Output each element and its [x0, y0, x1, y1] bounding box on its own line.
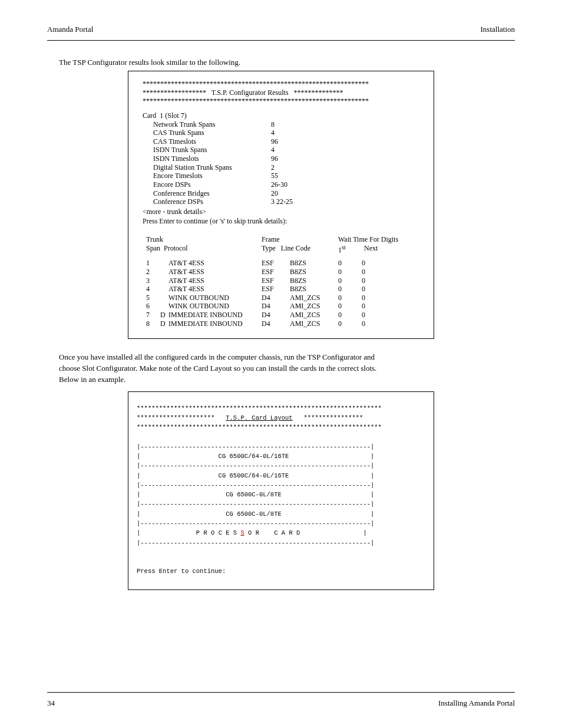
- stat-label: Conference DSPs: [143, 197, 271, 206]
- cell-protocol: AT&T 4ESS: [168, 285, 262, 294]
- stat-value: 96: [271, 154, 278, 163]
- cell-wait2: 0: [362, 294, 385, 302]
- cell-wait1: 0: [338, 259, 362, 268]
- cell-wait1: 0: [338, 311, 362, 319]
- hdr-type-line: Type Line Code: [262, 244, 338, 255]
- stat-label: Digital Station Trunk Spans: [143, 163, 271, 172]
- cell-frametype: D4: [262, 311, 290, 319]
- layout-aster-right: ****************: [304, 414, 363, 421]
- cell-d: [160, 259, 168, 268]
- cell-wait2: 0: [362, 311, 385, 319]
- more-line: <more - trunk details>: [143, 207, 423, 216]
- header-rule: [47, 40, 515, 41]
- cell-linecode: AMI_ZCS: [290, 302, 338, 311]
- table-header-1: TrunkFrameWait Time For Digits: [143, 235, 423, 244]
- table-row: 1AT&T 4ESSESFB8ZS00: [143, 259, 423, 268]
- stat-label: CAS Trunk Spans: [143, 129, 271, 137]
- stat-value: 96: [271, 137, 278, 146]
- cell-wait2: 0: [362, 319, 385, 328]
- results-title: T.S.P. Configurator Results: [211, 88, 289, 97]
- cell-frametype: D4: [262, 302, 290, 311]
- cell-span: 5: [143, 294, 160, 302]
- cell-linecode: AMI_ZCS: [290, 311, 338, 319]
- cell-d: D: [160, 311, 168, 319]
- stat-label: ISDN Trunk Spans: [143, 146, 271, 154]
- cell-frametype: ESF: [262, 259, 290, 268]
- cell-wait1: 0: [338, 285, 362, 294]
- cell-span: 1: [143, 259, 160, 268]
- hdr-frame: Frame: [262, 235, 290, 244]
- layout-prompt: Press Enter to continue:: [137, 568, 226, 575]
- cell-frametype: ESF: [262, 285, 290, 294]
- results-caption: The TSP Configurator results look simila…: [59, 58, 503, 67]
- cell-wait1: 0: [338, 302, 362, 311]
- cell-frametype: D4: [262, 294, 290, 302]
- table-row: 8DIMMEDIATE INBOUNDD4AMI_ZCS00: [143, 319, 423, 328]
- table-header-2: Span ProtocolType Line Code1stNext: [143, 244, 423, 255]
- table-row: 7DIMMEDIATE INBOUNDD4AMI_ZCS00: [143, 311, 423, 319]
- footer-left: 34: [47, 699, 55, 708]
- cell-span: 3: [143, 276, 160, 285]
- hdr-first: 1st: [338, 244, 364, 255]
- stat-row: CAS Trunk Spans4: [143, 129, 423, 137]
- header-left: Amanda Portal: [47, 25, 93, 34]
- layout-aster-bot: ****************************************…: [137, 424, 382, 431]
- layout-screenshot: ****************************************…: [128, 391, 434, 590]
- stat-row: Network Trunk Spans8: [143, 120, 423, 129]
- footer-rule: [47, 692, 515, 693]
- cell-d: [160, 285, 168, 294]
- cell-span: 6: [143, 302, 160, 311]
- cell-protocol: WINK OUTBOUND: [168, 302, 262, 311]
- table-row: 6WINK OUTBOUNDD4AMI_ZCS00: [143, 302, 423, 311]
- stat-label: Encore DSPs: [143, 180, 271, 189]
- cell-protocol: AT&T 4ESS: [168, 276, 262, 285]
- cell-protocol: IMMEDIATE INBOUND: [168, 311, 262, 319]
- cell-frametype: ESF: [262, 276, 290, 285]
- hdr-next: Next: [364, 244, 378, 255]
- layout-title: T.S.P. Card Layout: [226, 414, 292, 421]
- stat-label: CAS Timeslots: [143, 137, 271, 146]
- footer-right: Installing Amanda Portal: [438, 699, 515, 708]
- stat-label: Encore Timeslots: [143, 172, 271, 180]
- cell-wait1: 0: [338, 319, 362, 328]
- page-content: The TSP Configurator results look simila…: [59, 53, 503, 675]
- stat-row: Encore DSPs26-30: [143, 180, 423, 189]
- cell-d: D: [160, 319, 168, 328]
- cell-d: [160, 268, 168, 276]
- dash-row: |---------------------------------------…: [137, 520, 374, 527]
- cell-wait1: 0: [338, 268, 362, 276]
- table-row: 5WINK OUTBOUNDD4AMI_ZCS00: [143, 294, 423, 302]
- cell-linecode: B8ZS: [290, 259, 338, 268]
- layout-paragraph: Once you have installed all the configur…: [59, 352, 389, 386]
- cell-span: 2: [143, 268, 160, 276]
- stat-label: ISDN Timeslots: [143, 154, 271, 163]
- cell-d: [160, 276, 168, 285]
- stat-row: ISDN Trunk Spans4: [143, 146, 423, 154]
- stat-value: 8: [271, 120, 275, 129]
- dash-row: |---------------------------------------…: [137, 539, 374, 546]
- cell-protocol: AT&T 4ESS: [168, 259, 262, 268]
- cell-span: 8: [143, 319, 160, 328]
- cell-linecode: AMI_ZCS: [290, 319, 338, 328]
- cell-d: [160, 294, 168, 302]
- card-line: Card 1 (Slot 7): [143, 111, 423, 120]
- stat-value: 20: [271, 189, 278, 198]
- stat-row: Digital Station Trunk Spans2: [143, 163, 423, 172]
- cell-linecode: B8ZS: [290, 268, 338, 276]
- cell-protocol: WINK OUTBOUND: [168, 294, 262, 302]
- hdr-trunk: Trunk: [143, 235, 262, 244]
- hdr-blank: [290, 235, 338, 244]
- stat-value: 4: [271, 129, 275, 137]
- stat-row: Encore Timeslots55: [143, 172, 423, 180]
- cell-wait1: 0: [338, 276, 362, 285]
- cell-linecode: B8ZS: [290, 276, 338, 285]
- table-row: 2AT&T 4ESSESFB8ZS00: [143, 268, 423, 276]
- stat-value: 26-30: [271, 180, 287, 189]
- aster-left: ******************: [143, 88, 206, 97]
- cell-span: 4: [143, 285, 160, 294]
- layout-aster-top: ****************************************…: [137, 405, 382, 412]
- stat-row: Conference DSPs3 22-25: [143, 197, 423, 206]
- cell-wait2: 0: [362, 285, 385, 294]
- aster-bot: ****************************************…: [143, 97, 369, 105]
- cell-wait2: 0: [362, 302, 385, 311]
